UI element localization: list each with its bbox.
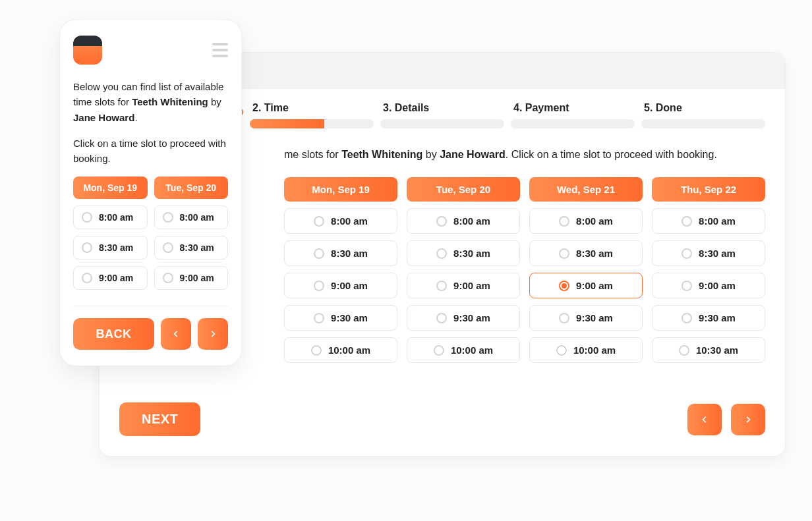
day-column: Thu, Sep 228:00 am8:30 am9:00 am9:30 am1… — [652, 177, 765, 363]
desc-fragment: me slots for — [284, 149, 341, 160]
time-slot[interactable]: 9:00 am — [154, 266, 229, 290]
time-slot-label: 8:30 am — [699, 248, 736, 259]
radio-icon — [82, 212, 92, 223]
time-slot-label: 8:30 am — [99, 242, 133, 253]
time-slot[interactable]: 8:30 am — [652, 240, 765, 266]
divider — [73, 306, 228, 306]
back-button[interactable]: BACK — [73, 318, 154, 350]
step[interactable]: 3. Details — [380, 102, 504, 128]
time-slot-label: 8:30 am — [576, 248, 613, 259]
time-slot[interactable]: 8:00 am — [73, 206, 148, 229]
day-header: Tue, Sep 20 — [407, 177, 520, 202]
time-slot[interactable]: 8:00 am — [529, 208, 643, 234]
time-slot[interactable]: 9:30 am — [529, 305, 643, 331]
radio-icon — [559, 216, 569, 227]
day-column: Mon, Sep 198:00 am8:30 am9:00 am9:30 am1… — [284, 177, 397, 363]
time-slot[interactable]: 10:00 am — [529, 337, 643, 363]
next-button[interactable]: NEXT — [119, 402, 200, 436]
time-slot[interactable]: 8:30 am — [73, 236, 148, 260]
radio-icon — [311, 345, 322, 356]
time-slot-label: 10:30 am — [696, 344, 738, 356]
time-slot[interactable]: 8:30 am — [154, 236, 229, 260]
desc-fragment: . Click on a time slot to proceed with b… — [506, 149, 717, 160]
radio-icon — [163, 212, 173, 223]
time-slot[interactable]: 9:30 am — [284, 305, 397, 331]
desc-fragment: by — [422, 149, 440, 160]
time-slot[interactable]: 8:00 am — [652, 208, 765, 234]
time-slot[interactable]: 9:00 am — [652, 273, 765, 298]
time-slot-label: 9:00 am — [576, 280, 613, 291]
day-header: Thu, Sep 22 — [652, 177, 765, 202]
day-header: Mon, Sep 19 — [73, 177, 148, 199]
time-slot[interactable]: 8:30 am — [529, 240, 643, 266]
time-slot[interactable]: 9:00 am — [407, 273, 520, 298]
time-slot-label: 8:30 am — [331, 248, 368, 259]
app-logo — [73, 36, 102, 65]
step[interactable]: 2. Time — [250, 102, 374, 128]
next-week-button[interactable] — [731, 404, 765, 435]
time-slot-label: 9:30 am — [453, 312, 490, 323]
time-slot-label: 9:00 am — [99, 273, 133, 283]
time-slot-label: 8:00 am — [99, 212, 133, 223]
time-slot-label: 8:30 am — [453, 248, 490, 259]
time-slot-label: 9:30 am — [576, 312, 613, 323]
day-header: Wed, Sep 21 — [529, 177, 643, 202]
step[interactable]: 4. Payment — [511, 102, 635, 128]
service-name: Teeth Whitening — [341, 149, 422, 160]
radio-icon — [556, 345, 567, 356]
hamburger-icon — [212, 43, 228, 45]
time-slot[interactable]: 9:30 am — [652, 305, 765, 331]
radio-icon — [682, 248, 692, 259]
time-slot[interactable]: 10:30 am — [652, 337, 765, 363]
step[interactable]: 5. Done — [641, 102, 765, 128]
step-progress-bar — [641, 119, 765, 128]
time-slot[interactable]: 8:30 am — [407, 240, 520, 266]
prev-week-button[interactable] — [687, 404, 722, 435]
radio-icon — [682, 216, 692, 227]
time-slot[interactable]: 9:00 am — [73, 266, 148, 290]
time-slot-label: 8:00 am — [576, 215, 613, 227]
time-slot-label: 10:00 am — [328, 344, 370, 356]
time-slot-label: 9:00 am — [331, 280, 368, 291]
desktop-time-grid: Mon, Sep 198:00 am8:30 am9:00 am9:30 am1… — [284, 177, 765, 363]
radio-icon — [314, 216, 324, 227]
chevron-left-icon — [171, 329, 181, 339]
day-header: Mon, Sep 19 — [284, 177, 397, 202]
service-name: Teeth Whitening — [132, 96, 208, 107]
time-slot[interactable]: 8:00 am — [407, 208, 520, 234]
time-slot-label: 9:00 am — [453, 280, 490, 291]
time-slot[interactable]: 8:30 am — [284, 240, 397, 266]
hamburger-icon — [212, 55, 228, 57]
time-slot-label: 9:30 am — [699, 312, 736, 323]
desc-fragment: . — [134, 112, 137, 123]
day-column: Mon, Sep 198:00 am8:30 am9:00 am — [73, 177, 148, 290]
next-day-button[interactable] — [198, 318, 228, 350]
chevron-right-icon — [208, 329, 218, 339]
time-slot-label: 8:00 am — [699, 215, 736, 227]
day-column: Wed, Sep 218:00 am8:30 am9:00 am9:30 am1… — [529, 177, 643, 363]
time-slot[interactable]: 9:00 am — [284, 273, 397, 298]
radio-icon — [679, 345, 689, 356]
time-slot[interactable]: 9:30 am — [407, 305, 520, 331]
time-slot-label: 8:00 am — [180, 212, 214, 223]
radio-icon — [163, 242, 173, 253]
mobile-time-grid: Mon, Sep 198:00 am8:30 am9:00 amTue, Sep… — [73, 177, 228, 290]
time-slot-label: 8:30 am — [180, 242, 214, 253]
time-slot-label: 9:00 am — [699, 280, 736, 291]
radio-icon — [559, 313, 569, 323]
mobile-description-1: Below you can find list of available tim… — [73, 79, 228, 125]
time-slot[interactable]: 10:00 am — [284, 337, 397, 363]
radio-icon — [314, 248, 324, 259]
staff-name: Jane Howard — [440, 149, 506, 160]
time-slot[interactable]: 10:00 am — [407, 337, 520, 363]
menu-button[interactable] — [212, 43, 228, 57]
radio-icon — [434, 345, 444, 356]
prev-day-button[interactable] — [161, 318, 191, 350]
step-label: 3. Details — [380, 102, 504, 114]
time-slot[interactable]: 8:00 am — [154, 206, 229, 229]
time-slot[interactable]: 8:00 am — [284, 208, 397, 234]
step-label: 2. Time — [250, 102, 374, 114]
radio-icon — [436, 313, 447, 323]
time-slot[interactable]: 9:00 am — [529, 273, 643, 298]
radio-icon — [436, 248, 447, 259]
